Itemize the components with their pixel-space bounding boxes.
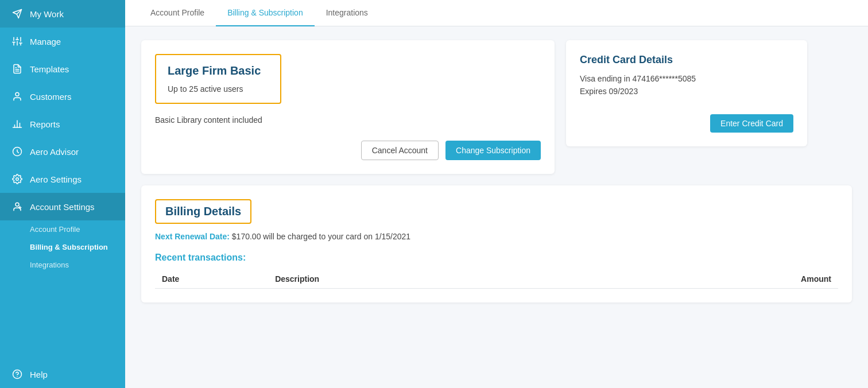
subscription-actions: Cancel Account Change Subscription <box>155 141 541 160</box>
main-content: Account Profile Billing & Subscription I… <box>125 0 868 388</box>
renewal-amount: $170.00 will be charged to your card on … <box>232 232 410 241</box>
svg-point-13 <box>16 92 19 96</box>
transactions-title: Recent transactions: <box>155 253 838 263</box>
sidebar-item-customers-label: Customers <box>30 92 72 102</box>
billing-title-box: Billing Details <box>155 199 251 224</box>
sidebar-item-customers[interactable]: Customers <box>0 83 125 110</box>
credit-card-card: Credit Card Details Visa ending in 47416… <box>566 40 807 146</box>
sidebar: My Work Manage Templates Customers Repor… <box>0 0 125 388</box>
plan-name: Large Firm Basic <box>168 64 269 77</box>
svg-point-19 <box>16 178 19 181</box>
person-icon <box>11 91 23 102</box>
credit-card-actions: Enter Credit Card <box>580 114 793 133</box>
col-date: Date <box>155 270 268 289</box>
sidebar-sub-account-profile[interactable]: Account Profile <box>0 220 125 238</box>
sidebar-item-manage-label: Manage <box>30 37 61 46</box>
tab-integrations[interactable]: Integrations <box>315 0 379 26</box>
expiry-info: Expires 09/2023 <box>580 87 793 96</box>
sidebar-item-aero-settings[interactable]: Aero Settings <box>0 165 125 193</box>
sidebar-item-templates[interactable]: Templates <box>0 55 125 83</box>
svg-point-20 <box>16 203 19 206</box>
sidebar-item-aero-advisor-label: Aero Advisor <box>30 147 79 157</box>
settings-icon <box>11 201 23 212</box>
credit-card-title: Credit Card Details <box>580 54 793 66</box>
visa-info: Visa ending in 474166******5085 <box>580 74 793 83</box>
billing-title: Billing Details <box>165 205 241 218</box>
plan-box: Large Firm Basic Up to 25 active users <box>155 54 281 104</box>
top-row: Large Firm Basic Up to 25 active users B… <box>141 40 852 174</box>
help-icon <box>11 368 23 380</box>
send-icon <box>11 8 23 20</box>
tab-billing-subscription[interactable]: Billing & Subscription <box>216 0 315 26</box>
bar-chart-icon <box>11 118 23 130</box>
col-description: Description <box>268 270 678 289</box>
sidebar-item-account-settings-label: Account Settings <box>30 202 95 212</box>
tab-account-profile[interactable]: Account Profile <box>139 0 216 26</box>
plan-description: Basic Library content included <box>155 115 541 125</box>
advisor-icon <box>11 146 23 157</box>
file-icon <box>11 63 23 75</box>
renewal-label: Next Renewal Date: <box>155 232 230 241</box>
change-subscription-button[interactable]: Change Subscription <box>445 141 541 160</box>
sidebar-item-my-work-label: My Work <box>30 9 64 19</box>
page-content: Large Firm Basic Up to 25 active users B… <box>125 26 868 316</box>
gear-icon <box>11 173 23 185</box>
col-amount: Amount <box>678 270 838 289</box>
plan-users: Up to 25 active users <box>168 84 269 94</box>
cancel-account-button[interactable]: Cancel Account <box>361 141 439 160</box>
transactions-table: Date Description Amount <box>155 270 838 289</box>
sidebar-item-templates-label: Templates <box>30 64 69 74</box>
enter-credit-card-button[interactable]: Enter Credit Card <box>710 114 793 133</box>
sidebar-item-help[interactable]: Help <box>0 360 125 388</box>
sidebar-item-reports-label: Reports <box>30 119 60 129</box>
sliders-icon <box>11 36 23 47</box>
sidebar-sub-billing-subscription[interactable]: Billing & Subscription <box>0 238 125 256</box>
sidebar-sub-integrations[interactable]: Integrations <box>0 256 125 274</box>
sidebar-item-aero-settings-label: Aero Settings <box>30 174 82 184</box>
sidebar-item-reports[interactable]: Reports <box>0 110 125 138</box>
billing-card: Billing Details Next Renewal Date: $170.… <box>141 185 852 302</box>
renewal-text: Next Renewal Date: $170.00 will be charg… <box>155 232 838 241</box>
tab-bar: Account Profile Billing & Subscription I… <box>125 0 868 26</box>
subscription-card: Large Firm Basic Up to 25 active users B… <box>141 40 555 174</box>
sidebar-item-help-label: Help <box>30 370 48 379</box>
sidebar-item-my-work[interactable]: My Work <box>0 0 125 28</box>
sidebar-item-aero-advisor[interactable]: Aero Advisor <box>0 138 125 165</box>
sidebar-item-manage[interactable]: Manage <box>0 28 125 55</box>
sidebar-item-account-settings[interactable]: Account Settings <box>0 193 125 220</box>
